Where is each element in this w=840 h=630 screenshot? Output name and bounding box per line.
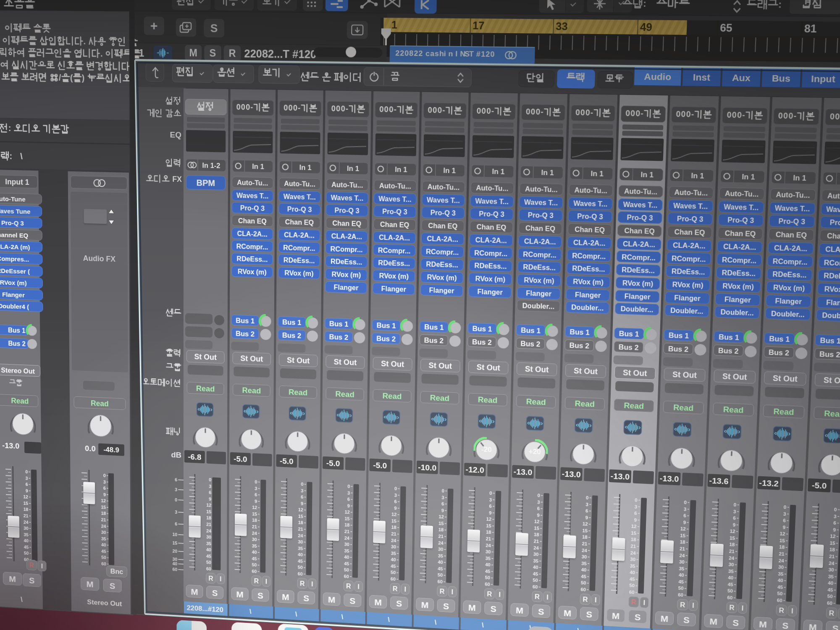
svg-text:6: 6 (733, 515, 736, 520)
svg-text:15: 15 (206, 509, 211, 514)
svg-text:18: 18 (298, 520, 303, 525)
svg-text:6: 6 (833, 520, 836, 526)
svg-text:3: 3 (347, 490, 350, 495)
svg-text:-: - (691, 110, 694, 119)
svg-text:9: 9 (537, 512, 540, 517)
svg-text:50: 50 (581, 580, 586, 586)
svg-text:35: 35 (101, 536, 106, 541)
svg-text:0: 0 (681, 110, 686, 119)
svg-text:12: 12 (780, 531, 785, 537)
svg-text:20: 20 (172, 549, 177, 554)
svg-text:35: 35 (438, 553, 444, 558)
svg-text:0: 0 (404, 49, 409, 58)
svg-text:2: 2 (414, 49, 418, 58)
svg-text:12: 12 (206, 503, 211, 508)
svg-text:50: 50 (678, 585, 684, 591)
svg-text:40: 40 (679, 572, 684, 578)
svg-text:6: 6 (489, 504, 492, 509)
svg-text:45: 45 (777, 584, 783, 590)
svg-text:0: 0 (684, 500, 687, 505)
svg-text:60: 60 (777, 598, 782, 603)
svg-text:0: 0 (526, 107, 530, 116)
svg-text:30: 30 (582, 554, 587, 559)
svg-text:45: 45 (728, 582, 733, 587)
svg-text:3: 3 (783, 511, 786, 517)
svg-text:9: 9 (26, 488, 28, 493)
svg-text:60: 60 (206, 566, 211, 571)
svg-text:6: 6 (441, 501, 444, 507)
svg-text:-: - (640, 109, 643, 118)
svg-text:-: - (298, 104, 300, 113)
svg-text:0: 0 (732, 110, 737, 120)
svg-text:9: 9 (347, 503, 350, 508)
svg-text:24: 24 (582, 548, 588, 553)
svg-text:18: 18 (206, 515, 211, 520)
svg-text:3: 3 (733, 509, 736, 514)
svg-text:c: c (425, 50, 430, 58)
svg-text:15: 15 (534, 525, 539, 531)
svg-text:45: 45 (344, 561, 349, 566)
svg-text:12: 12 (680, 526, 686, 532)
svg-text::: : (778, 0, 782, 10)
svg-text:-: - (491, 107, 494, 116)
svg-text:3: 3 (209, 483, 211, 488)
svg-text:9: 9 (489, 510, 492, 515)
svg-text:0: 0 (830, 112, 835, 121)
svg-text:30: 30 (101, 530, 106, 535)
svg-text:50: 50 (777, 591, 783, 596)
svg-text:9: 9 (209, 496, 211, 501)
svg-text:50: 50 (727, 588, 733, 594)
svg-text:9: 9 (394, 506, 396, 511)
svg-text:9: 9 (783, 525, 786, 530)
svg-text:0: 0 (175, 497, 177, 502)
svg-text:50: 50 (298, 565, 303, 570)
svg-text:50: 50 (533, 578, 538, 583)
svg-text:30: 30 (298, 539, 303, 544)
svg-text:0: 0 (438, 106, 442, 115)
svg-text:40: 40 (630, 570, 635, 575)
svg-text:9: 9 (301, 501, 303, 506)
svg-text:0: 0 (341, 104, 345, 113)
svg-text:12: 12 (486, 517, 492, 522)
svg-text:45: 45 (24, 545, 29, 550)
svg-text:2: 2 (486, 50, 490, 58)
svg-text:2: 2 (418, 50, 423, 58)
svg-text:3: 3 (585, 502, 588, 507)
svg-text:30: 30 (344, 542, 349, 547)
svg-text:50: 50 (252, 562, 257, 567)
svg-text:30: 30 (438, 547, 444, 552)
svg-text:45: 45 (438, 566, 443, 571)
svg-text:0: 0 (635, 497, 638, 502)
svg-text:F: F (172, 175, 177, 184)
svg-text:15: 15 (344, 516, 349, 521)
svg-text:21: 21 (438, 534, 444, 539)
svg-text:10: 10 (172, 532, 177, 537)
svg-text:21: 21 (298, 527, 303, 532)
svg-text:15: 15 (830, 541, 835, 546)
svg-text:0: 0 (778, 111, 783, 121)
svg-text:50: 50 (827, 594, 833, 599)
svg-text:21: 21 (729, 549, 735, 554)
svg-text:8: 8 (409, 49, 413, 58)
svg-text:6: 6 (585, 508, 588, 513)
svg-text:60: 60 (391, 576, 396, 581)
svg-text:35: 35 (828, 574, 834, 579)
svg-text:35: 35 (391, 551, 396, 556)
svg-text:24: 24 (829, 560, 835, 566)
svg-text:-: - (541, 108, 543, 116)
svg-text:18: 18 (631, 537, 636, 542)
svg-text:45: 45 (827, 587, 833, 593)
svg-text:0: 0 (635, 109, 640, 118)
svg-text:3: 3 (684, 507, 687, 512)
svg-text:24: 24 (252, 530, 257, 536)
svg-text:18: 18 (830, 547, 835, 552)
svg-text:3: 3 (175, 509, 177, 514)
svg-text:15: 15 (101, 504, 106, 509)
svg-text:3: 3 (394, 493, 397, 498)
svg-text:#: # (476, 50, 481, 58)
svg-text:0: 0 (676, 110, 681, 119)
svg-text:6: 6 (103, 486, 106, 491)
svg-text:0: 0 (490, 50, 494, 58)
svg-text:12: 12 (252, 505, 257, 510)
svg-text:60: 60 (678, 592, 683, 598)
